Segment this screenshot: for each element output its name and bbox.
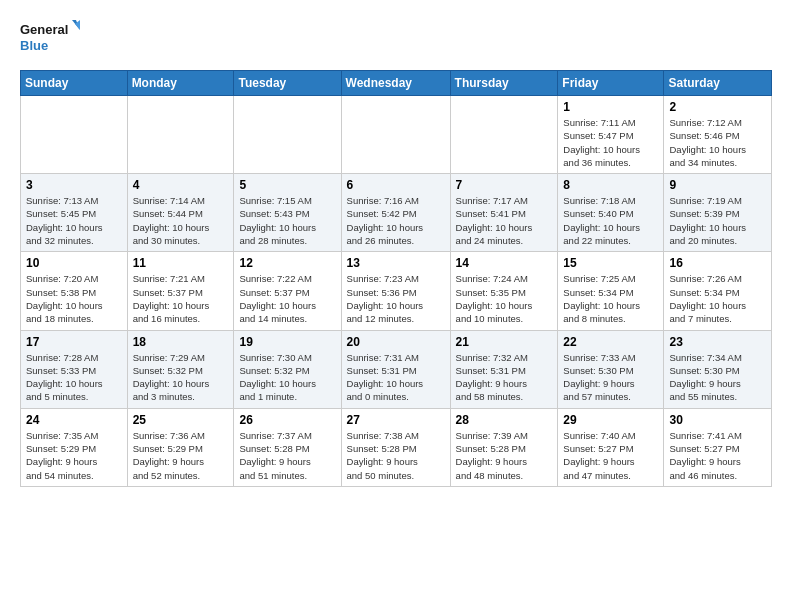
day-number: 16 — [669, 256, 766, 270]
svg-text:General: General — [20, 22, 68, 37]
day-number: 11 — [133, 256, 229, 270]
week-row-3: 17Sunrise: 7:28 AMSunset: 5:33 PMDayligh… — [21, 330, 772, 408]
day-info: Sunrise: 7:39 AMSunset: 5:28 PMDaylight:… — [456, 429, 553, 482]
week-row-1: 3Sunrise: 7:13 AMSunset: 5:45 PMDaylight… — [21, 174, 772, 252]
calendar-cell — [450, 96, 558, 174]
day-number: 23 — [669, 335, 766, 349]
day-info: Sunrise: 7:36 AMSunset: 5:29 PMDaylight:… — [133, 429, 229, 482]
week-row-4: 24Sunrise: 7:35 AMSunset: 5:29 PMDayligh… — [21, 408, 772, 486]
calendar-cell: 29Sunrise: 7:40 AMSunset: 5:27 PMDayligh… — [558, 408, 664, 486]
day-number: 29 — [563, 413, 658, 427]
calendar-cell: 5Sunrise: 7:15 AMSunset: 5:43 PMDaylight… — [234, 174, 341, 252]
calendar-cell: 11Sunrise: 7:21 AMSunset: 5:37 PMDayligh… — [127, 252, 234, 330]
day-info: Sunrise: 7:40 AMSunset: 5:27 PMDaylight:… — [563, 429, 658, 482]
day-number: 6 — [347, 178, 445, 192]
day-info: Sunrise: 7:22 AMSunset: 5:37 PMDaylight:… — [239, 272, 335, 325]
day-info: Sunrise: 7:18 AMSunset: 5:40 PMDaylight:… — [563, 194, 658, 247]
weekday-header-friday: Friday — [558, 71, 664, 96]
day-info: Sunrise: 7:30 AMSunset: 5:32 PMDaylight:… — [239, 351, 335, 404]
day-number: 1 — [563, 100, 658, 114]
calendar-cell — [234, 96, 341, 174]
calendar-cell: 30Sunrise: 7:41 AMSunset: 5:27 PMDayligh… — [664, 408, 772, 486]
day-number: 10 — [26, 256, 122, 270]
weekday-header-sunday: Sunday — [21, 71, 128, 96]
calendar-cell: 3Sunrise: 7:13 AMSunset: 5:45 PMDaylight… — [21, 174, 128, 252]
day-number: 22 — [563, 335, 658, 349]
day-number: 15 — [563, 256, 658, 270]
day-number: 24 — [26, 413, 122, 427]
weekday-header-thursday: Thursday — [450, 71, 558, 96]
calendar-cell: 8Sunrise: 7:18 AMSunset: 5:40 PMDaylight… — [558, 174, 664, 252]
day-info: Sunrise: 7:12 AMSunset: 5:46 PMDaylight:… — [669, 116, 766, 169]
calendar-cell — [341, 96, 450, 174]
calendar-cell: 27Sunrise: 7:38 AMSunset: 5:28 PMDayligh… — [341, 408, 450, 486]
week-row-2: 10Sunrise: 7:20 AMSunset: 5:38 PMDayligh… — [21, 252, 772, 330]
day-info: Sunrise: 7:41 AMSunset: 5:27 PMDaylight:… — [669, 429, 766, 482]
day-number: 7 — [456, 178, 553, 192]
day-info: Sunrise: 7:20 AMSunset: 5:38 PMDaylight:… — [26, 272, 122, 325]
calendar-cell — [127, 96, 234, 174]
calendar-cell: 7Sunrise: 7:17 AMSunset: 5:41 PMDaylight… — [450, 174, 558, 252]
calendar-cell: 1Sunrise: 7:11 AMSunset: 5:47 PMDaylight… — [558, 96, 664, 174]
calendar-cell: 18Sunrise: 7:29 AMSunset: 5:32 PMDayligh… — [127, 330, 234, 408]
day-info: Sunrise: 7:17 AMSunset: 5:41 PMDaylight:… — [456, 194, 553, 247]
calendar-cell: 2Sunrise: 7:12 AMSunset: 5:46 PMDaylight… — [664, 96, 772, 174]
logo-svg: General Blue — [20, 16, 80, 60]
day-number: 28 — [456, 413, 553, 427]
calendar-table: SundayMondayTuesdayWednesdayThursdayFrid… — [20, 70, 772, 487]
calendar-cell: 4Sunrise: 7:14 AMSunset: 5:44 PMDaylight… — [127, 174, 234, 252]
day-info: Sunrise: 7:35 AMSunset: 5:29 PMDaylight:… — [26, 429, 122, 482]
calendar-cell: 21Sunrise: 7:32 AMSunset: 5:31 PMDayligh… — [450, 330, 558, 408]
day-number: 30 — [669, 413, 766, 427]
calendar-cell: 13Sunrise: 7:23 AMSunset: 5:36 PMDayligh… — [341, 252, 450, 330]
calendar-cell: 28Sunrise: 7:39 AMSunset: 5:28 PMDayligh… — [450, 408, 558, 486]
day-info: Sunrise: 7:11 AMSunset: 5:47 PMDaylight:… — [563, 116, 658, 169]
svg-text:Blue: Blue — [20, 38, 48, 53]
day-number: 18 — [133, 335, 229, 349]
day-info: Sunrise: 7:29 AMSunset: 5:32 PMDaylight:… — [133, 351, 229, 404]
calendar-cell: 24Sunrise: 7:35 AMSunset: 5:29 PMDayligh… — [21, 408, 128, 486]
day-number: 21 — [456, 335, 553, 349]
day-number: 12 — [239, 256, 335, 270]
calendar-cell: 26Sunrise: 7:37 AMSunset: 5:28 PMDayligh… — [234, 408, 341, 486]
calendar-cell: 19Sunrise: 7:30 AMSunset: 5:32 PMDayligh… — [234, 330, 341, 408]
day-info: Sunrise: 7:31 AMSunset: 5:31 PMDaylight:… — [347, 351, 445, 404]
calendar-cell: 15Sunrise: 7:25 AMSunset: 5:34 PMDayligh… — [558, 252, 664, 330]
weekday-header-tuesday: Tuesday — [234, 71, 341, 96]
calendar-cell: 14Sunrise: 7:24 AMSunset: 5:35 PMDayligh… — [450, 252, 558, 330]
day-number: 17 — [26, 335, 122, 349]
day-number: 14 — [456, 256, 553, 270]
calendar-cell — [21, 96, 128, 174]
day-number: 25 — [133, 413, 229, 427]
day-number: 8 — [563, 178, 658, 192]
day-number: 13 — [347, 256, 445, 270]
week-row-0: 1Sunrise: 7:11 AMSunset: 5:47 PMDaylight… — [21, 96, 772, 174]
calendar-cell: 20Sunrise: 7:31 AMSunset: 5:31 PMDayligh… — [341, 330, 450, 408]
day-number: 3 — [26, 178, 122, 192]
weekday-header-monday: Monday — [127, 71, 234, 96]
calendar-cell: 25Sunrise: 7:36 AMSunset: 5:29 PMDayligh… — [127, 408, 234, 486]
day-info: Sunrise: 7:33 AMSunset: 5:30 PMDaylight:… — [563, 351, 658, 404]
day-number: 26 — [239, 413, 335, 427]
calendar-cell: 16Sunrise: 7:26 AMSunset: 5:34 PMDayligh… — [664, 252, 772, 330]
day-info: Sunrise: 7:32 AMSunset: 5:31 PMDaylight:… — [456, 351, 553, 404]
day-number: 9 — [669, 178, 766, 192]
day-info: Sunrise: 7:26 AMSunset: 5:34 PMDaylight:… — [669, 272, 766, 325]
calendar-cell: 23Sunrise: 7:34 AMSunset: 5:30 PMDayligh… — [664, 330, 772, 408]
calendar-cell: 6Sunrise: 7:16 AMSunset: 5:42 PMDaylight… — [341, 174, 450, 252]
day-info: Sunrise: 7:28 AMSunset: 5:33 PMDaylight:… — [26, 351, 122, 404]
calendar-cell: 12Sunrise: 7:22 AMSunset: 5:37 PMDayligh… — [234, 252, 341, 330]
day-info: Sunrise: 7:38 AMSunset: 5:28 PMDaylight:… — [347, 429, 445, 482]
header: General Blue — [20, 16, 772, 60]
day-number: 5 — [239, 178, 335, 192]
calendar-cell: 17Sunrise: 7:28 AMSunset: 5:33 PMDayligh… — [21, 330, 128, 408]
page: General Blue SundayMondayTuesdayWednesda… — [0, 0, 792, 497]
day-info: Sunrise: 7:24 AMSunset: 5:35 PMDaylight:… — [456, 272, 553, 325]
day-number: 27 — [347, 413, 445, 427]
day-info: Sunrise: 7:13 AMSunset: 5:45 PMDaylight:… — [26, 194, 122, 247]
day-info: Sunrise: 7:16 AMSunset: 5:42 PMDaylight:… — [347, 194, 445, 247]
weekday-header-row: SundayMondayTuesdayWednesdayThursdayFrid… — [21, 71, 772, 96]
day-number: 19 — [239, 335, 335, 349]
day-number: 4 — [133, 178, 229, 192]
calendar-cell: 9Sunrise: 7:19 AMSunset: 5:39 PMDaylight… — [664, 174, 772, 252]
